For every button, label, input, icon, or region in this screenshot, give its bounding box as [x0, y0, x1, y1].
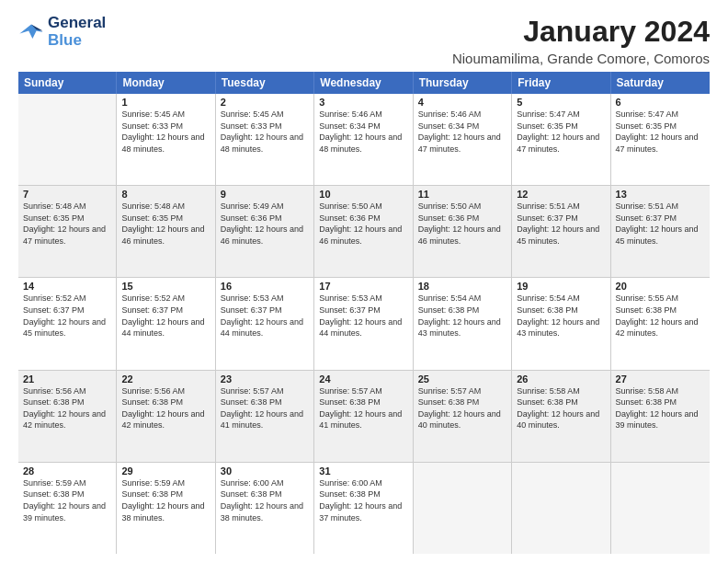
calendar-cell: 25Sunrise: 5:57 AMSunset: 6:38 PMDayligh…	[414, 371, 512, 462]
day-info: Sunrise: 5:56 AMSunset: 6:38 PMDaylight:…	[23, 385, 111, 431]
day-number: 12	[517, 189, 605, 200]
day-info: Sunrise: 5:55 AMSunset: 6:38 PMDaylight:…	[616, 293, 705, 339]
day-info: Sunrise: 6:00 AMSunset: 6:38 PMDaylight:…	[221, 477, 309, 523]
calendar-cell: 8Sunrise: 5:48 AMSunset: 6:35 PMDaylight…	[117, 186, 215, 277]
day-info: Sunrise: 5:57 AMSunset: 6:38 PMDaylight:…	[319, 385, 407, 431]
day-info: Sunrise: 5:54 AMSunset: 6:38 PMDaylight:…	[418, 293, 506, 339]
day-info: Sunrise: 5:46 AMSunset: 6:34 PMDaylight:…	[418, 109, 506, 155]
calendar-cell: 4Sunrise: 5:46 AMSunset: 6:34 PMDaylight…	[414, 94, 512, 185]
day-number: 2	[221, 97, 309, 108]
title-block: January 2024 Nioumamilima, Grande Comore…	[452, 15, 710, 66]
calendar-cell	[512, 463, 610, 554]
day-number: 24	[319, 373, 407, 385]
day-number: 30	[221, 465, 309, 477]
day-info: Sunrise: 6:00 AMSunset: 6:38 PMDaylight:…	[319, 477, 407, 523]
day-info: Sunrise: 5:52 AMSunset: 6:37 PMDaylight:…	[23, 293, 111, 339]
calendar-cell: 9Sunrise: 5:49 AMSunset: 6:36 PMDaylight…	[216, 186, 314, 277]
day-info: Sunrise: 5:59 AMSunset: 6:38 PMDaylight:…	[121, 477, 210, 523]
logo-icon	[18, 19, 44, 45]
day-info: Sunrise: 5:47 AMSunset: 6:35 PMDaylight:…	[517, 109, 605, 155]
col-monday: Monday	[117, 72, 215, 94]
day-info: Sunrise: 5:51 AMSunset: 6:37 PMDaylight:…	[616, 201, 705, 247]
calendar-cell	[611, 463, 710, 554]
subtitle: Nioumamilima, Grande Comore, Comoros	[452, 51, 710, 66]
calendar-cell: 13Sunrise: 5:51 AMSunset: 6:37 PMDayligh…	[611, 186, 710, 277]
col-sunday: Sunday	[18, 72, 117, 94]
calendar-cell: 17Sunrise: 5:53 AMSunset: 6:37 PMDayligh…	[314, 278, 413, 369]
calendar-cell: 31Sunrise: 6:00 AMSunset: 6:38 PMDayligh…	[314, 463, 413, 554]
day-number: 26	[517, 373, 605, 385]
day-number: 23	[221, 373, 309, 385]
day-info: Sunrise: 5:48 AMSunset: 6:35 PMDaylight:…	[23, 201, 111, 247]
col-thursday: Thursday	[414, 72, 512, 94]
day-number: 27	[616, 373, 705, 385]
calendar-cell: 20Sunrise: 5:55 AMSunset: 6:38 PMDayligh…	[611, 278, 710, 369]
day-number: 4	[418, 97, 506, 108]
day-number: 9	[221, 189, 309, 200]
calendar-cell: 27Sunrise: 5:58 AMSunset: 6:38 PMDayligh…	[611, 371, 710, 462]
day-info: Sunrise: 5:50 AMSunset: 6:36 PMDaylight:…	[418, 201, 506, 247]
day-number: 31	[319, 465, 407, 477]
calendar-week-3: 21Sunrise: 5:56 AMSunset: 6:38 PMDayligh…	[18, 371, 710, 463]
calendar-cell: 1Sunrise: 5:45 AMSunset: 6:33 PMDaylight…	[117, 94, 215, 185]
day-number: 18	[418, 281, 506, 292]
calendar-cell: 6Sunrise: 5:47 AMSunset: 6:35 PMDaylight…	[611, 94, 710, 185]
day-number: 17	[319, 281, 407, 292]
calendar-cell: 18Sunrise: 5:54 AMSunset: 6:38 PMDayligh…	[414, 278, 512, 369]
calendar-header: Sunday Monday Tuesday Wednesday Thursday…	[18, 72, 710, 94]
calendar-cell: 3Sunrise: 5:46 AMSunset: 6:34 PMDaylight…	[314, 94, 413, 185]
day-number: 8	[121, 189, 210, 200]
calendar-cell: 28Sunrise: 5:59 AMSunset: 6:38 PMDayligh…	[18, 463, 117, 554]
col-wednesday: Wednesday	[314, 72, 413, 94]
calendar-cell	[414, 463, 512, 554]
calendar-cell: 26Sunrise: 5:58 AMSunset: 6:38 PMDayligh…	[512, 371, 610, 462]
day-info: Sunrise: 5:49 AMSunset: 6:36 PMDaylight:…	[221, 201, 309, 247]
day-info: Sunrise: 5:46 AMSunset: 6:34 PMDaylight:…	[319, 109, 407, 155]
logo: General Blue	[18, 15, 106, 49]
day-info: Sunrise: 5:53 AMSunset: 6:37 PMDaylight:…	[319, 293, 407, 339]
header: General Blue January 2024 Nioumamilima, …	[18, 15, 710, 66]
calendar-cell: 12Sunrise: 5:51 AMSunset: 6:37 PMDayligh…	[512, 186, 610, 277]
calendar-cell: 21Sunrise: 5:56 AMSunset: 6:38 PMDayligh…	[18, 371, 117, 462]
day-number: 21	[23, 373, 111, 385]
day-number: 11	[418, 189, 506, 200]
main-title: January 2024	[452, 15, 710, 49]
calendar-cell: 2Sunrise: 5:45 AMSunset: 6:33 PMDaylight…	[216, 94, 314, 185]
calendar-week-0: 1Sunrise: 5:45 AMSunset: 6:33 PMDaylight…	[18, 94, 710, 186]
day-number: 10	[319, 189, 407, 200]
calendar-cell: 7Sunrise: 5:48 AMSunset: 6:35 PMDaylight…	[18, 186, 117, 277]
day-info: Sunrise: 5:51 AMSunset: 6:37 PMDaylight:…	[517, 201, 605, 247]
day-info: Sunrise: 5:52 AMSunset: 6:37 PMDaylight:…	[121, 293, 210, 339]
calendar-cell: 11Sunrise: 5:50 AMSunset: 6:36 PMDayligh…	[414, 186, 512, 277]
calendar-body: 1Sunrise: 5:45 AMSunset: 6:33 PMDaylight…	[18, 94, 710, 554]
calendar-cell: 15Sunrise: 5:52 AMSunset: 6:37 PMDayligh…	[117, 278, 215, 369]
calendar-cell: 5Sunrise: 5:47 AMSunset: 6:35 PMDaylight…	[512, 94, 610, 185]
day-number: 19	[517, 281, 605, 292]
day-info: Sunrise: 5:59 AMSunset: 6:38 PMDaylight:…	[23, 477, 111, 523]
day-info: Sunrise: 5:48 AMSunset: 6:35 PMDaylight:…	[121, 201, 210, 247]
calendar-cell: 23Sunrise: 5:57 AMSunset: 6:38 PMDayligh…	[216, 371, 314, 462]
day-number: 28	[23, 465, 111, 477]
svg-marker-0	[19, 24, 42, 38]
day-number: 29	[121, 465, 210, 477]
day-info: Sunrise: 5:56 AMSunset: 6:38 PMDaylight:…	[121, 385, 210, 431]
col-friday: Friday	[512, 72, 610, 94]
calendar: Sunday Monday Tuesday Wednesday Thursday…	[18, 72, 710, 554]
day-number: 5	[517, 97, 605, 108]
calendar-week-1: 7Sunrise: 5:48 AMSunset: 6:35 PMDaylight…	[18, 186, 710, 278]
calendar-cell: 19Sunrise: 5:54 AMSunset: 6:38 PMDayligh…	[512, 278, 610, 369]
day-number: 20	[616, 281, 705, 292]
page: General Blue January 2024 Nioumamilima, …	[0, 0, 728, 563]
col-tuesday: Tuesday	[216, 72, 314, 94]
day-number: 7	[23, 189, 111, 200]
day-number: 22	[121, 373, 210, 385]
day-info: Sunrise: 5:57 AMSunset: 6:38 PMDaylight:…	[221, 385, 309, 431]
day-info: Sunrise: 5:53 AMSunset: 6:37 PMDaylight:…	[221, 293, 309, 339]
day-number: 13	[616, 189, 705, 200]
day-number: 3	[319, 97, 407, 108]
day-number: 6	[616, 97, 705, 108]
calendar-cell: 29Sunrise: 5:59 AMSunset: 6:38 PMDayligh…	[117, 463, 215, 554]
day-info: Sunrise: 5:58 AMSunset: 6:38 PMDaylight:…	[517, 385, 605, 431]
day-info: Sunrise: 5:45 AMSunset: 6:33 PMDaylight:…	[121, 109, 210, 155]
day-number: 14	[23, 281, 111, 292]
